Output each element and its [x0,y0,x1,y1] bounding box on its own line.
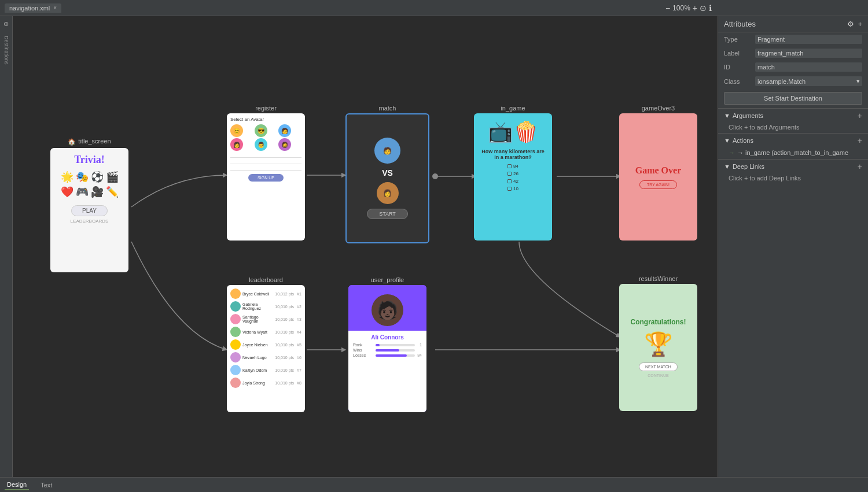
actions-content: → → in_game (action_match_to_in_game [718,147,868,159]
congrats-text: Congratulations! [631,318,686,326]
deep-links-section-header[interactable]: ▼ Deep Links + [718,159,868,173]
node-match[interactable]: match 🧑 VS 👩 START [345,105,429,243]
lb-row-2: Gabriela Rodriguez 10,010 pts #2 [230,301,301,312]
panel-gear-icon[interactable]: ⚙ [847,20,854,28]
password-field-preview [230,166,301,171]
deep-links-hint: Click + to add Deep Links [729,175,801,182]
top-bar: navigation.xml × [0,0,868,16]
up-stat-losses: Losses 84 [353,353,422,357]
up-avatar-area: 🧑🏿 [348,285,426,331]
type-label: Type [724,36,753,43]
arguments-section-header[interactable]: ▼ Arguments + [718,108,868,123]
results-winner-card: Congratulations! 🏆 NEXT MATCH CONTINUE [619,284,697,411]
in-game-opt4: 10 [507,186,518,191]
arguments-add-button[interactable]: + [858,111,862,120]
class-value-dropdown[interactable]: ionsample.Match ▾ [755,76,862,86]
vs-text: VS [382,168,393,177]
id-value[interactable]: match [755,62,862,72]
start-btn-preview: START [367,209,408,219]
node-game-over[interactable]: gameOver3 Game Over TRY AGAIN! [619,105,697,241]
node-results-winner[interactable]: resultsWinner Congratulations! 🏆 NEXT MA… [619,275,697,411]
trivia-title: Trivia! [74,154,105,166]
id-label: ID [724,64,753,71]
type-row: Type Fragment [718,32,868,46]
actions-header-left: ▼ Actions [724,137,753,144]
node-in-game[interactable]: in_game 📺🍿 How many kilometers are in a … [474,105,552,241]
arguments-header-left: ▼ Arguments [724,112,763,119]
continue-text: CONTINUE [648,373,669,378]
lb-row-5: Jayce Nielsen 10,010 pts #5 [230,339,301,350]
bottom-bar: Design Text [0,477,868,492]
lb-row-6: Nevaeh Lugo 10,010 pts #6 [230,352,301,362]
signup-btn-preview: SIGN UP [248,174,284,182]
lb-row-4: Victoria Wyatt 10,010 pts #4 [230,327,301,337]
design-tab[interactable]: Design [5,480,29,490]
leaderboard-label: leaderboard [249,276,283,283]
trophy-icon: 🏆 [644,331,673,358]
tab-close[interactable]: × [53,5,57,11]
action-value: → in_game (action_match_to_in_game [737,149,848,156]
deep-links-add-button[interactable]: + [858,162,862,171]
title-icons: 🌟🎭⚽ 🎬❤️🎮 🎥✏️ [56,171,123,198]
match-label: match [379,105,396,112]
deep-links-header-left: ▼ Deep Links [724,163,764,170]
id-row: ID match [718,60,868,74]
navigation-canvas[interactable]: 🏠 title_screen Trivia! 🌟🎭⚽ 🎬❤️🎮 🎥✏️ PLAY… [13,16,718,477]
name-field-preview [230,153,301,158]
zoom-level: 100% [672,4,690,12]
actions-add-button[interactable]: + [858,136,862,145]
in-game-opt2: 26 [507,171,518,176]
node-leaderboard[interactable]: leaderboard Bryce Caldwell 10,012 pts #1… [227,276,305,412]
zoom-in-button[interactable]: + [693,3,697,13]
destinations-label: Destinations [3,36,9,65]
game-over-card: Game Over TRY AGAIN! [619,113,697,241]
tab-label: navigation.xml [9,5,50,12]
avatar2: 👩 [377,182,399,204]
type-value[interactable]: Fragment [755,35,862,44]
destinations-button[interactable]: Destinations [1,36,12,65]
new-destination-button[interactable]: ⊕ [1,19,12,29]
attributes-title: Attributes [724,20,756,28]
register-header: Select an Avatar [230,117,301,122]
class-value: ionsample.Match [757,78,806,85]
game-over-label: gameOver3 [642,105,675,112]
actions-collapse-icon: ▼ [724,137,730,144]
chevron-down-icon: ▾ [856,77,860,85]
in-game-label: in_game [501,105,525,112]
node-user-profile[interactable]: user_profile 🧑🏿 Ali Connors Rank 1 Wins [348,276,426,412]
up-avatar: 🧑🏿 [372,294,403,326]
zoom-bar: − 100% + ⊙ ℹ [665,3,712,13]
label-label: Label [724,50,753,57]
lb-row-7: Kaitlyn Odom 10,010 pts #7 [230,365,301,375]
leaderboard-card: Bryce Caldwell 10,012 pts #1 Gabriela Ro… [227,285,305,412]
collapse-icon: ▼ [724,112,730,119]
text-tab[interactable]: Text [38,480,54,490]
arguments-content: Click + to add Arguments [718,123,868,133]
file-tab[interactable]: navigation.xml × [5,3,61,13]
next-match-btn-preview: NEXT MATCH [639,362,678,371]
panel-plus-icon[interactable]: + [858,20,862,28]
right-panel-header: Attributes ⚙ + [718,16,868,32]
label-value[interactable]: fragment_match [755,49,862,58]
lb-row-1: Bryce Caldwell 10,012 pts #1 [230,288,301,299]
avatar-grid: 😊 😎 🧑 👩 👨 🧔 [230,124,301,151]
in-game-card: 📺🍿 How many kilometers are in a marathon… [474,113,552,241]
up-info: Ali Connors Rank 1 Wins Losses 84 [348,331,426,412]
node-title-screen[interactable]: 🏠 title_screen Trivia! 🌟🎭⚽ 🎬❤️🎮 🎥✏️ PLAY… [50,138,128,272]
actions-section-header[interactable]: ▼ Actions + [718,133,868,147]
try-again-preview: TRY AGAIN! [639,180,677,189]
in-game-opt3: 42 [507,179,518,184]
in-game-opt1: 84 [507,164,518,169]
set-start-destination-button[interactable]: Set Start Destination [724,92,862,105]
title-screen-label: title_screen [78,138,111,145]
deep-links-label: Deep Links [733,163,764,170]
deep-links-content: Click + to add Deep Links [718,173,868,184]
zoom-out-button[interactable]: − [665,3,670,13]
new-icon: ⊕ [3,20,9,28]
arguments-label: Arguments [733,112,763,119]
node-register[interactable]: register Select an Avatar 😊 😎 🧑 👩 👨 🧔 SI… [227,105,305,241]
zoom-info-button[interactable]: ℹ [709,3,712,13]
zoom-fit-button[interactable]: ⊙ [700,3,707,13]
avatar1: 🧑 [374,138,400,164]
leaderboards-preview: LEADERBOARDS [71,219,109,224]
